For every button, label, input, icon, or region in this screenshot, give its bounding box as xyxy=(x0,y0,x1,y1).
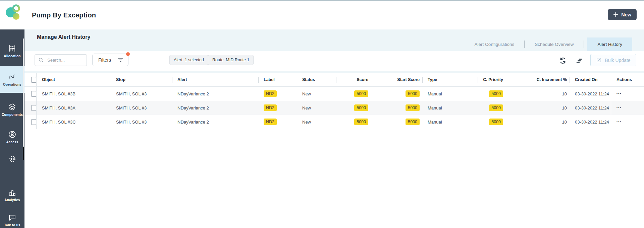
cell-type: Manual xyxy=(422,87,478,101)
page-title: Pump By Exception xyxy=(32,1,96,29)
sidebar-item-label: Talk to us xyxy=(4,223,20,227)
cell-type: Manual xyxy=(422,101,478,115)
cell-created-on: 03-30-2022 11:24 xyxy=(570,101,611,115)
person-circle-icon xyxy=(8,130,16,139)
section-heading: Manage Alert History xyxy=(37,34,90,40)
label-badge: ND2 xyxy=(264,90,277,97)
filters-button[interactable]: Filters xyxy=(92,54,128,66)
tab-alert-configurations[interactable]: Alert Configurations xyxy=(468,37,521,51)
score-badge: 5000 xyxy=(354,90,368,97)
filter-chip-route[interactable]: Route: MID Route 1 xyxy=(208,55,254,65)
row-checkbox[interactable] xyxy=(31,105,36,111)
col-header-score: Score xyxy=(336,73,371,86)
cell-alert: NDayVariance 2 xyxy=(172,115,258,129)
new-button-label: New xyxy=(621,12,631,17)
bulk-update-button[interactable]: Bulk Update xyxy=(590,54,636,66)
sidebar-item-allocation[interactable]: Allocation xyxy=(0,42,24,60)
sidebar-item-label: Allocation xyxy=(4,54,20,58)
pump-squiggle-icon xyxy=(8,73,16,81)
filter-funnel-icon xyxy=(118,58,123,62)
sidebar-item-components[interactable]: Components xyxy=(0,101,24,118)
start-score-badge: 5000 xyxy=(406,104,420,111)
row-checkbox[interactable] xyxy=(31,91,36,97)
new-button[interactable]: New xyxy=(608,9,637,20)
gear-icon xyxy=(8,155,16,163)
c-priority-badge: 5000 xyxy=(489,104,503,111)
top-bar: Pump By Exception New xyxy=(0,1,644,30)
chat-bubble-icon xyxy=(8,213,16,222)
col-header-alert: Alert xyxy=(172,73,258,86)
col-header-stop: Stop xyxy=(111,73,172,86)
row-checkbox[interactable] xyxy=(31,119,36,125)
sidebar-item-operations[interactable]: Operations xyxy=(0,66,24,93)
app-logo-icon xyxy=(5,3,21,23)
cell-c-increment: 10 xyxy=(506,101,570,115)
plus-icon xyxy=(613,12,618,17)
filters-label: Filters xyxy=(98,57,111,63)
score-badge: 5000 xyxy=(354,104,368,111)
sidebar-item-talk-to-us[interactable]: Talk to us xyxy=(0,212,24,228)
cell-stop: SMITH, SOL #3 xyxy=(111,115,172,129)
start-score-badge: 5000 xyxy=(406,90,420,97)
col-header-created-on: Created On xyxy=(570,73,611,86)
filter-chip-alert[interactable]: Alert: 1 selected xyxy=(169,55,208,65)
search-icon xyxy=(38,57,44,63)
main-content: Manage Alert History Alert Configuration… xyxy=(24,29,644,228)
cell-alert: NDayVariance 2 xyxy=(172,101,258,115)
col-header-type: Type xyxy=(422,73,478,86)
sidebar-item-analytics[interactable]: Analytics xyxy=(0,186,24,204)
row-actions-button[interactable]: ••• xyxy=(616,92,622,95)
table-header-row: Object Stop Alert Label Status Score Sta… xyxy=(24,73,644,87)
sidebar-item-label: Analytics xyxy=(4,198,20,202)
sidebar-item-settings[interactable] xyxy=(0,154,24,165)
stacked-bars-icon xyxy=(575,57,583,65)
stacked-bars-button[interactable] xyxy=(575,57,583,65)
filter-active-dot xyxy=(126,52,130,56)
bulk-update-label: Bulk Update xyxy=(605,58,630,63)
col-header-object: Object xyxy=(36,73,111,86)
refresh-button[interactable] xyxy=(558,56,567,65)
tab-bar: Alert Configurations Schedule Overview A… xyxy=(468,37,632,51)
abacus-icon xyxy=(8,44,16,53)
c-priority-badge: 5000 xyxy=(489,90,503,97)
search-input[interactable] xyxy=(47,57,87,63)
c-priority-badge: 5000 xyxy=(489,119,503,126)
cell-created-on: 03-30-2022 11:24 xyxy=(570,115,611,129)
cell-stop: SMITH, SOL #3 xyxy=(111,101,172,115)
cell-type: Manual xyxy=(422,115,478,129)
row-actions-button[interactable]: ••• xyxy=(616,106,622,109)
select-all-checkbox[interactable] xyxy=(31,77,36,83)
sidebar-scrollbar-track[interactable] xyxy=(23,147,24,160)
tab-schedule-overview[interactable]: Schedule Overview xyxy=(528,37,580,51)
cell-status: New xyxy=(297,87,336,101)
label-badge: ND2 xyxy=(264,119,277,126)
search-box xyxy=(35,54,87,66)
score-badge: 5000 xyxy=(354,119,368,126)
tab-divider xyxy=(524,41,525,48)
cell-object: SMITH, SOL #3B xyxy=(36,87,111,101)
tab-alert-history[interactable]: Alert History xyxy=(587,37,632,51)
cell-stop: SMITH, SOL #3 xyxy=(111,87,172,101)
refresh-icon xyxy=(558,56,567,65)
sidebar-item-label: Components xyxy=(2,113,23,117)
col-header-status: Status xyxy=(297,73,336,86)
sidebar-item-label: Access xyxy=(6,140,18,144)
col-header-actions: Actions xyxy=(611,73,644,86)
cell-alert: NDayVariance 2 xyxy=(172,87,258,101)
cell-c-increment: 10 xyxy=(506,87,570,101)
layers-icon xyxy=(8,103,16,111)
bar-chart-icon xyxy=(8,188,16,197)
table-row: SMITH, SOL #3B SMITH, SOL #3 NDayVarianc… xyxy=(24,87,644,101)
cell-status: New xyxy=(297,101,336,115)
tab-divider xyxy=(584,41,584,48)
table-row: SMITH, SOL #3A SMITH, SOL #3 NDayVarianc… xyxy=(24,101,644,115)
sidebar-item-access[interactable]: Access xyxy=(0,128,24,146)
cell-object: SMITH, SOL #3C xyxy=(36,115,111,129)
table-toolbar: Filters Alert: 1 selected Route: MID Rou… xyxy=(24,51,644,71)
start-score-badge: 5000 xyxy=(406,119,420,126)
col-header-c-increment: C. Increment % xyxy=(506,73,570,86)
row-actions-button[interactable]: ••• xyxy=(616,120,622,124)
sidebar-scrollbar-thumb[interactable] xyxy=(23,39,24,147)
cell-created-on: 03-30-2022 11:24 xyxy=(570,87,611,101)
cell-status: New xyxy=(297,115,336,129)
